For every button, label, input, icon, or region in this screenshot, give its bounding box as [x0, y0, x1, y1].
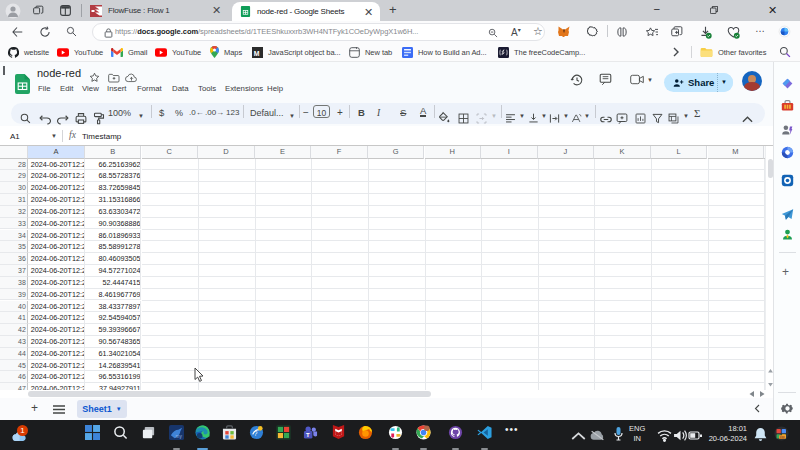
svg-text:my: my — [176, 434, 183, 439]
svg-text:T: T — [306, 431, 310, 438]
svg-text:?: ? — [254, 430, 258, 437]
svg-text:M: M — [254, 49, 260, 56]
svg-text:888: 888 — [780, 436, 785, 440]
